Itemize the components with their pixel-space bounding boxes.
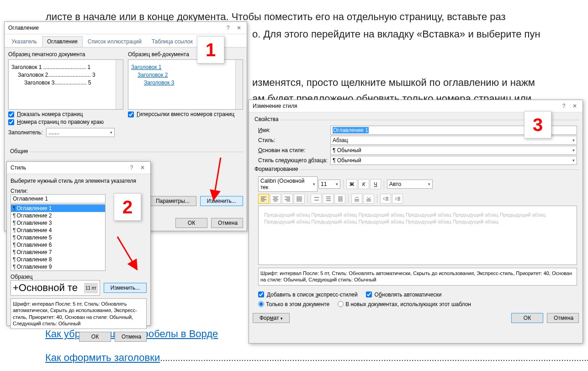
annotation-badge-1: 1 <box>197 36 224 64</box>
space-before-decrease-button[interactable] <box>363 194 374 204</box>
tab-figures[interactable]: Список иллюстраций <box>83 36 147 47</box>
only-doc-radio[interactable] <box>258 301 264 307</box>
style-item[interactable]: ¶Оглавление 6 <box>11 241 105 249</box>
close-icon[interactable]: ✕ <box>235 24 243 32</box>
style-item[interactable]: ¶Оглавление 3 <box>11 219 105 227</box>
font-combo[interactable]: Calibri (Основной тек▾ <box>258 176 318 192</box>
hyperlinks-label: Гиперссылки вместо номеров страниц <box>137 111 234 117</box>
modify-style-title: Изменение стиля <box>253 103 297 109</box>
cancel-button[interactable]: Отмена <box>547 313 579 323</box>
style-dialog-title: Стиль <box>11 164 26 171</box>
arrow-1 <box>208 155 231 201</box>
toc-preview-line: Заголовок 3..................... 5 <box>24 80 120 86</box>
print-sample-label: Образец печатного документа <box>8 51 123 58</box>
help-icon[interactable]: ? <box>127 164 136 172</box>
line-spacing-2-button[interactable] <box>334 194 345 204</box>
styles-listbox[interactable]: ¶Оглавление 1 ¶Оглавление 2 ¶Оглавление … <box>11 204 106 271</box>
auto-update-checkbox[interactable] <box>366 292 372 297</box>
font-color-combo[interactable]: Авто▾ <box>387 180 433 189</box>
leader-label: Заполнитель: <box>8 129 42 136</box>
show-page-numbers-checkbox[interactable] <box>8 111 14 117</box>
cancel-button[interactable]: Отмена <box>211 218 243 228</box>
align-justify-button[interactable] <box>294 194 305 204</box>
tab-citations[interactable]: Таблица ссылок <box>147 36 198 47</box>
style-item[interactable]: ¶Оглавление 1 <box>11 205 105 212</box>
sample-size: 11 пт <box>84 283 98 293</box>
new-docs-label: В новых документах, использующих этот ша… <box>345 301 471 307</box>
options-button[interactable]: Параметры... <box>149 196 196 206</box>
chevron-down-icon: ▾ <box>110 130 112 135</box>
annotation-badge-3: 3 <box>524 111 551 138</box>
style-item[interactable]: ¶Оглавление 7 <box>11 249 105 256</box>
tab-index[interactable]: Указатель <box>6 36 42 47</box>
ok-button[interactable]: ОК <box>79 332 111 342</box>
modify-style-button[interactable]: Изменить... <box>104 283 147 293</box>
svg-line-38 <box>117 237 135 266</box>
toc-dialog-titlebar: Оглавление ? ✕ <box>5 22 247 34</box>
align-center-button[interactable] <box>270 194 281 204</box>
web-preview-link: Заголовок 3 <box>144 80 174 86</box>
based-on-label: Основан на стиле: <box>258 147 330 154</box>
style-name-input[interactable] <box>11 194 106 203</box>
tab-toc[interactable]: Оглавление <box>42 36 83 47</box>
sample-preview: +Основной те 11 пт <box>11 280 100 296</box>
web-sample-label: Образец веб-документа <box>128 51 243 58</box>
italic-button[interactable]: К <box>358 179 369 189</box>
toc-preview-line: Заголовок 2............................ … <box>18 72 120 78</box>
style-description: Шрифт: интервал После: 5 пт, Стиль: Обно… <box>11 298 147 329</box>
help-icon[interactable]: ? <box>224 24 232 32</box>
style-item[interactable]: ¶Оглавление 5 <box>11 234 105 241</box>
new-docs-radio[interactable] <box>338 301 344 307</box>
line-spacing-1-5-button[interactable] <box>323 194 334 204</box>
based-on-combo[interactable]: ¶ Обычный▾ <box>330 146 577 155</box>
style-item[interactable]: ¶Оглавление 8 <box>11 256 105 263</box>
style-item[interactable]: ¶Оглавление 4 <box>11 227 105 234</box>
chevron-down-icon: ▾ <box>572 138 575 143</box>
formatting-preview: Предыдущий абзац Предыдущий абзац Предыд… <box>258 206 577 265</box>
close-icon[interactable]: ✕ <box>138 164 147 172</box>
style-item[interactable]: ¶Оглавление 2 <box>11 212 105 219</box>
auto-update-label: Обновлять автоматически <box>375 292 442 298</box>
toc-dialog-title: Оглавление <box>8 25 39 31</box>
chevron-down-icon: ▾ <box>428 182 430 186</box>
line-spacing-1-button[interactable] <box>311 194 322 204</box>
name-label: Имя: <box>258 127 330 133</box>
font-size-combo[interactable]: 11▾ <box>318 180 340 189</box>
toc-preview-line: Заголовок 1 ............................… <box>11 64 120 70</box>
arrow-2 <box>112 233 144 274</box>
ok-button[interactable]: ОК <box>175 218 207 228</box>
style-help-text: Выберите нужный стиль для элемента указа… <box>11 178 147 184</box>
bold-button[interactable]: Ж <box>346 179 357 189</box>
underline-button[interactable]: Ч <box>370 179 381 189</box>
indent-increase-button[interactable] <box>392 194 403 204</box>
format-menu-button[interactable]: Формат ▾ <box>253 313 290 323</box>
web-preview: Заголовок 1 Заголовок 2 Заголовок 3 <box>128 59 243 110</box>
chevron-down-icon: ▾ <box>572 158 575 163</box>
leader-combo[interactable]: .......▾ <box>46 128 115 137</box>
space-before-increase-button[interactable] <box>351 194 362 204</box>
doc-text-line: о. Для этого перейдите на вкладку «Встав… <box>252 28 540 40</box>
help-icon[interactable]: ? <box>560 102 568 110</box>
style-description: Шрифт: интервал После: 5 пт, Стиль: Обно… <box>258 268 577 286</box>
add-express-checkbox[interactable] <box>258 292 264 297</box>
right-align-checkbox[interactable] <box>8 119 14 125</box>
close-icon[interactable]: ✕ <box>571 102 579 110</box>
web-preview-link: Заголовок 1 <box>131 64 161 70</box>
align-left-button[interactable] <box>258 194 269 204</box>
scrollbar[interactable] <box>235 60 243 109</box>
cancel-button[interactable]: Отмена <box>115 332 147 342</box>
next-para-combo[interactable]: ¶ Обычный▾ <box>330 156 577 165</box>
annotation-badge-2: 2 <box>114 193 141 221</box>
hyperlinks-checkbox[interactable] <box>128 111 134 117</box>
right-align-label: Номера страниц по правому краю <box>17 119 104 125</box>
align-right-button[interactable] <box>282 194 293 204</box>
format-section: Форматирование <box>253 166 300 172</box>
chevron-down-icon: ▾ <box>336 182 338 186</box>
properties-section: Свойства <box>253 116 281 122</box>
style-item[interactable]: ¶Оглавление 9 <box>11 263 105 270</box>
chevron-down-icon: ▾ <box>313 182 315 186</box>
indent-decrease-button[interactable] <box>380 194 391 204</box>
doc-text-line: Как оформить заголовки..................… <box>45 352 588 364</box>
scrollbar[interactable] <box>116 60 123 109</box>
ok-button[interactable]: ОК <box>511 313 543 323</box>
